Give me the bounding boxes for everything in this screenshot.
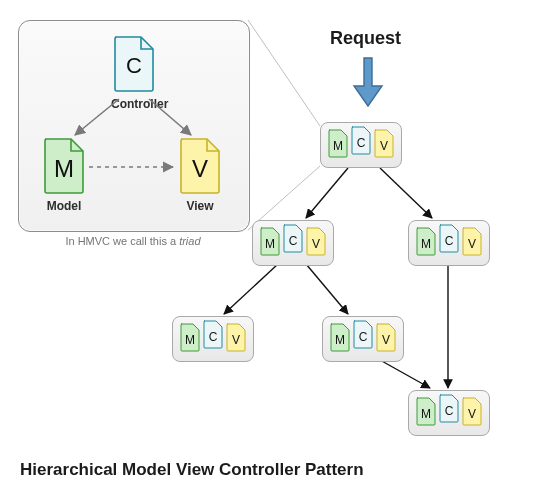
svg-line-6 xyxy=(380,168,432,218)
mini-controller-icon: C xyxy=(350,126,372,156)
mini-controller-icon: C xyxy=(438,224,460,254)
triad-node-t6: M C V xyxy=(408,390,490,436)
mini-view-icon: V xyxy=(461,227,483,257)
diagram-stage: C Controller M Model V View xyxy=(0,0,540,500)
triad-node-t3: M C V xyxy=(408,220,490,266)
triad-node-t5: M C V xyxy=(322,316,404,362)
mini-controller-icon: C xyxy=(352,320,374,350)
mini-view-icon: V xyxy=(305,227,327,257)
svg-text:C: C xyxy=(289,234,298,248)
mini-controller-icon: C xyxy=(202,320,224,350)
mini-model-icon: M xyxy=(415,227,437,257)
svg-text:V: V xyxy=(380,139,388,153)
svg-text:M: M xyxy=(421,407,431,421)
svg-text:V: V xyxy=(382,333,390,347)
triad-node-t4: M C V xyxy=(172,316,254,362)
svg-text:M: M xyxy=(333,139,343,153)
svg-text:V: V xyxy=(312,237,320,251)
mini-model-icon: M xyxy=(259,227,281,257)
mini-view-icon: V xyxy=(225,323,247,353)
svg-text:V: V xyxy=(468,407,476,421)
triad-node-t2: M C V xyxy=(252,220,334,266)
mini-model-icon: M xyxy=(179,323,201,353)
svg-text:C: C xyxy=(209,330,218,344)
svg-text:M: M xyxy=(421,237,431,251)
svg-text:C: C xyxy=(445,234,454,248)
mini-model-icon: M xyxy=(327,129,349,159)
svg-text:C: C xyxy=(357,136,366,150)
mini-controller-icon: C xyxy=(438,394,460,424)
mini-model-icon: M xyxy=(415,397,437,427)
mini-controller-icon: C xyxy=(282,224,304,254)
svg-line-7 xyxy=(224,264,278,314)
mini-view-icon: V xyxy=(375,323,397,353)
svg-line-5 xyxy=(306,168,348,218)
svg-line-8 xyxy=(306,264,348,314)
svg-text:M: M xyxy=(265,237,275,251)
svg-text:M: M xyxy=(335,333,345,347)
mini-view-icon: V xyxy=(461,397,483,427)
svg-text:M: M xyxy=(185,333,195,347)
svg-text:C: C xyxy=(359,330,368,344)
mini-model-icon: M xyxy=(329,323,351,353)
mini-view-icon: V xyxy=(373,129,395,159)
svg-text:V: V xyxy=(468,237,476,251)
svg-line-10 xyxy=(380,360,430,388)
svg-text:C: C xyxy=(445,404,454,418)
triad-node-t1: M C V xyxy=(320,122,402,168)
diagram-title: Hierarchical Model View Controller Patte… xyxy=(20,460,364,480)
svg-text:V: V xyxy=(232,333,240,347)
